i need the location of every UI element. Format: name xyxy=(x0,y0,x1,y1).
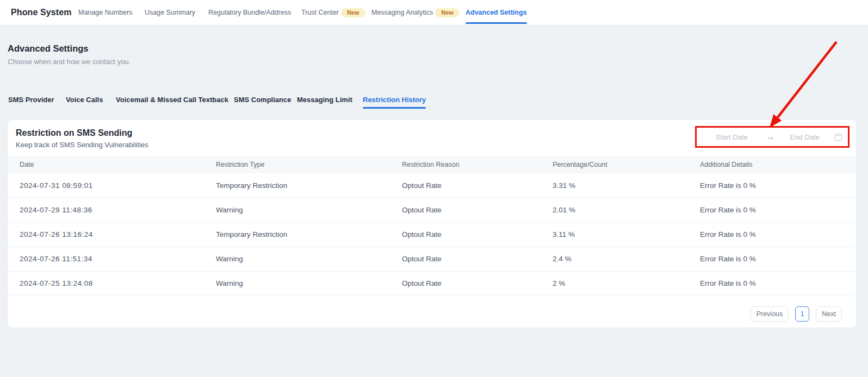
next-button[interactable]: Next xyxy=(816,306,842,322)
restriction-table: Date Restriction Type Restriction Reason… xyxy=(8,156,856,296)
subtab-voicemail-textback[interactable]: Voicemail & Missed Call Textback xyxy=(116,96,228,104)
restriction-history-card: Restriction on SMS Sending Keep track of… xyxy=(8,120,856,328)
table-row: 2024-07-25 13:24:08 Warning Optout Rate … xyxy=(8,271,856,296)
new-badge: New xyxy=(341,8,365,17)
pagination: Previous 1 Next xyxy=(8,296,856,328)
col-restriction-reason: Restriction Reason xyxy=(390,156,541,173)
col-additional-details: Additional Details xyxy=(688,156,856,173)
new-badge: New xyxy=(435,8,460,17)
table-header-row: Date Restriction Type Restriction Reason… xyxy=(8,156,856,173)
nav-tab-advanced-settings[interactable]: Advanced Settings xyxy=(466,0,527,25)
date-range-picker[interactable]: Start Date → End Date xyxy=(695,126,850,148)
nav-tab-manage-numbers[interactable]: Manage Numbers xyxy=(78,0,132,25)
page-header: Advanced Settings Choose when and how we… xyxy=(8,26,860,66)
previous-button[interactable]: Previous xyxy=(751,306,789,322)
table-row: 2024-07-26 13:16:24 Temporary Restrictio… xyxy=(8,222,856,247)
settings-subtabs: SMS Provider Voice Calls Voicemail & Mis… xyxy=(8,96,860,109)
end-date-input[interactable]: End Date xyxy=(790,133,820,141)
card-header: Restriction on SMS Sending Keep track of… xyxy=(8,120,856,156)
col-date: Date xyxy=(8,156,204,173)
page-content: Advanced Settings Choose when and how we… xyxy=(0,26,868,328)
page-title: Advanced Settings xyxy=(8,43,860,54)
subtab-sms-provider[interactable]: SMS Provider xyxy=(8,96,54,104)
table-row: 2024-07-29 11:48:36 Warning Optout Rate … xyxy=(8,198,856,222)
page-subtitle: Choose when and how we contact you. xyxy=(8,58,860,66)
table-row: 2024-07-31 08:59:01 Temporary Restrictio… xyxy=(8,173,856,198)
nav-tab-trust-center[interactable]: Trust CenterNew xyxy=(301,0,365,25)
subtab-voice-calls[interactable]: Voice Calls xyxy=(66,96,103,104)
col-restriction-type: Restriction Type xyxy=(204,156,390,173)
app-title: Phone System xyxy=(11,0,71,25)
start-date-input[interactable]: Start Date xyxy=(716,133,748,141)
subtab-sms-compliance[interactable]: SMS Compliance xyxy=(234,96,291,104)
nav-tab-messaging-analytics[interactable]: Messaging AnalyticsNew xyxy=(371,0,460,25)
subtab-restriction-history[interactable]: Restriction History xyxy=(363,96,426,104)
subtab-messaging-limit[interactable]: Messaging Limit xyxy=(297,96,352,104)
calendar-icon[interactable] xyxy=(835,134,842,141)
table-row: 2024-07-26 11:51:34 Warning Optout Rate … xyxy=(8,247,856,271)
page-1-button[interactable]: 1 xyxy=(795,306,809,322)
header-divider xyxy=(8,76,860,76)
top-nav: Phone System Manage Numbers Usage Summar… xyxy=(0,0,868,26)
nav-tab-usage-summary[interactable]: Usage Summary xyxy=(145,0,195,25)
nav-tab-regulatory-bundle[interactable]: Regulatory Bundle/Address xyxy=(208,0,291,25)
col-percentage-count: Percentage/Count xyxy=(541,156,688,173)
range-arrow-icon: → xyxy=(766,133,775,141)
